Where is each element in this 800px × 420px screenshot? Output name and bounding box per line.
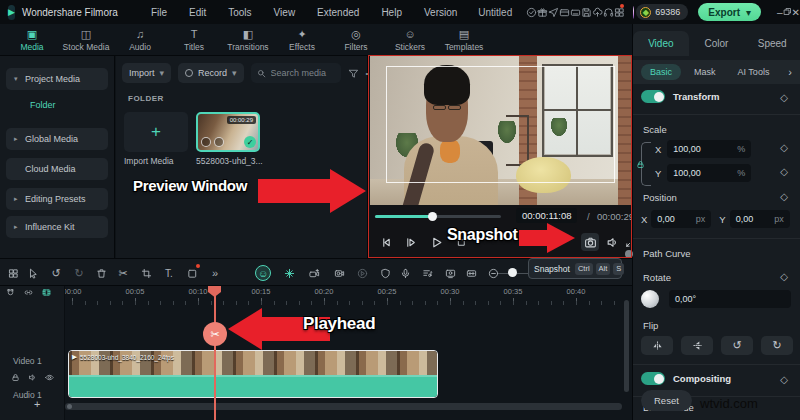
shield-icon[interactable] [376,264,394,282]
shortcut-keyboard-icon[interactable] [570,4,581,20]
tab-stock-media[interactable]: ◫Stock Media [60,28,112,52]
screen-record-icon[interactable] [441,264,459,282]
points-badge[interactable]: ◆ 69386 [636,4,688,20]
rotate-ccw-button[interactable]: ↺ [721,336,753,355]
track-manager-icon[interactable] [4,264,22,282]
voiceover-mic-icon[interactable] [396,264,414,282]
next-frame-button[interactable] [401,233,419,251]
record-dropdown[interactable]: Record ▾ [178,63,244,83]
flip-vertical-button[interactable] [681,336,713,355]
preview-video[interactable] [370,55,631,205]
effects-spark-icon[interactable] [280,264,298,282]
media-clip-thumbnail[interactable]: 00:00:29 ✓ [196,112,260,152]
user-avatar[interactable] [633,6,634,19]
scale-y-keyframe-icon[interactable]: ◇ [780,166,788,177]
camcorder-icon[interactable] [330,264,348,282]
scale-y-input[interactable]: 100,00% [667,164,751,182]
tab-stickers[interactable]: ☺Stickers [384,28,436,52]
track-lock-icon[interactable] [11,373,20,382]
tab-media[interactable]: ▣Media [6,28,58,52]
transform-toggle[interactable] [641,90,665,103]
save-icon[interactable] [581,4,592,20]
subtabs-more-chevron-icon[interactable]: › [788,66,792,78]
flip-horizontal-button[interactable] [641,336,673,355]
cloud-upload-icon[interactable] [592,4,603,20]
timeline-zoom-handle[interactable] [508,268,517,277]
progress-track[interactable] [375,215,501,218]
menu-help[interactable]: Help [370,7,413,18]
compositing-keyframe-icon[interactable]: ◇ [780,374,788,385]
snapshot-camera-button[interactable] [581,233,599,251]
rotate-cw-button[interactable]: ↻ [761,336,793,355]
subtab-ai-tools[interactable]: AI Tools [729,64,779,80]
volume-button[interactable] [603,233,621,251]
update-check-icon[interactable] [526,4,537,20]
menu-version[interactable]: Version [413,7,468,18]
tab-transitions[interactable]: ◧Transitions [222,28,274,52]
fit-timeline-icon[interactable] [462,264,480,282]
scale-x-input[interactable]: 100,00% [667,140,751,158]
current-timecode[interactable]: 00:00:11:08 [516,208,577,223]
scale-lock-icon[interactable] [636,160,645,169]
sidebar-item-influence-kit[interactable]: ▸ Influence Kit [6,216,108,238]
import-dropdown[interactable]: Import ▾ [122,63,171,83]
sidebar-item-cloud-media[interactable]: Cloud Media [6,158,108,180]
sidebar-item-global-media[interactable]: ▸ Global Media [6,128,108,150]
compositing-toggle[interactable] [641,372,665,385]
position-x-input[interactable]: 0,00px [651,210,711,228]
rotate-keyframe-icon[interactable]: ◇ [780,271,788,282]
play-circle-icon[interactable] [353,264,371,282]
tab-titles[interactable]: TTitles [168,28,220,52]
subtab-mask[interactable]: Mask [685,64,725,80]
import-media-tile[interactable]: + [124,112,188,152]
menu-tools[interactable]: Tools [217,7,262,18]
close-button[interactable]: ✕ [792,7,800,18]
feedback-icon[interactable] [559,4,570,20]
sidebar-item-folder[interactable]: Folder [30,100,56,110]
transform-keyframe-icon[interactable]: ◇ [780,92,788,103]
tab-audio[interactable]: ♫Audio [114,28,166,52]
rotate-input[interactable]: 0,00° [669,290,791,308]
support-headset-icon[interactable] [603,4,614,20]
restore-button[interactable] [783,7,792,18]
transform-bounding-box[interactable] [386,66,615,183]
film-track-icon[interactable] [42,288,51,297]
timeline-clip[interactable]: ▶ 5528003-uhd_3840_2160_24fps [68,350,438,398]
apps-grid-icon[interactable] [614,4,625,20]
export-button[interactable]: Export ▾ [698,3,761,21]
delete-icon[interactable] [92,264,110,282]
pointer-tool-icon[interactable] [24,264,42,282]
reset-button[interactable]: Reset [641,390,692,411]
track-mute-icon[interactable] [28,373,37,382]
menu-view[interactable]: View [263,7,307,18]
add-track-button[interactable]: + [34,398,40,410]
add-camera-icon[interactable] [305,264,323,282]
snap-magnet-icon[interactable] [6,288,15,297]
gift-icon[interactable] [537,4,548,20]
text-tool-icon[interactable]: T. [160,264,178,282]
sidebar-item-editing-presets[interactable]: ▸ Editing Presets [6,188,108,210]
filter-funnel-icon[interactable] [348,68,359,79]
more-tools-icon[interactable]: » [206,264,224,282]
track-hide-icon[interactable] [45,373,54,382]
previous-frame-button[interactable] [377,233,395,251]
split-scissors-icon[interactable]: ✂ [114,264,132,282]
progress-handle[interactable] [428,212,437,221]
play-button[interactable] [427,233,445,251]
redo-icon[interactable]: ↻ [70,264,88,282]
playhead-line[interactable] [214,286,216,420]
tab-templates[interactable]: ▤Templates [438,28,490,52]
clip-speed-icon[interactable] [201,137,211,147]
timeline-ruler[interactable]: 00:00 00:05 00:10 00:15 00:20 00:25 00:3… [65,286,625,305]
crop-icon[interactable] [137,264,155,282]
tab-filters[interactable]: ◎Filters [330,28,382,52]
position-y-input[interactable]: 0,00px [730,210,790,228]
horizontal-scrollbar[interactable] [65,403,622,410]
audio-mixer-icon[interactable] [418,264,436,282]
menu-edit[interactable]: Edit [178,7,217,18]
search-input[interactable] [271,68,335,78]
mask-tool-icon[interactable] [183,264,201,282]
subtab-basic[interactable]: Basic [641,64,681,80]
share-icon[interactable] [548,4,559,20]
position-keyframe-icon[interactable]: ◇ [780,191,788,202]
